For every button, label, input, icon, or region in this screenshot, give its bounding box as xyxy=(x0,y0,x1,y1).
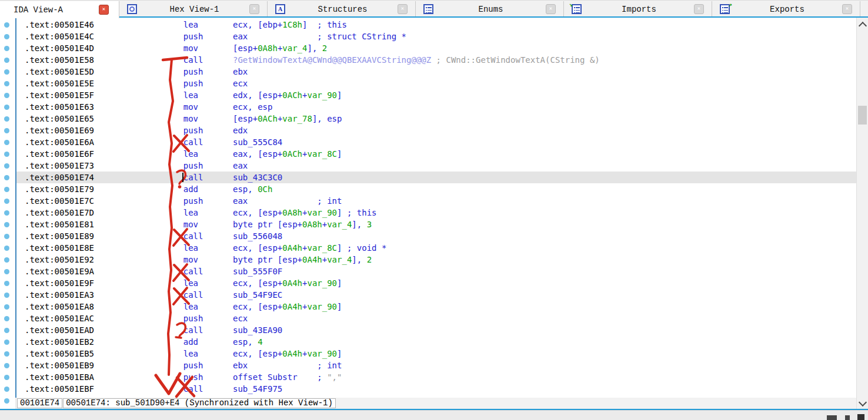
navband-dot xyxy=(4,281,9,286)
navband-dot xyxy=(4,58,9,63)
tab-label: Enums xyxy=(436,5,546,14)
tab-enums[interactable]: Enums✕ xyxy=(416,1,564,17)
taskbar-icon[interactable] xyxy=(845,415,850,420)
listing-row[interactable]: .text:00501E6F lea eax, [esp+0ACh+var_8C… xyxy=(16,148,856,160)
navband-dot xyxy=(4,246,9,251)
listing-row[interactable]: .text:00501EA8 lea ecx, [esp+0A4h+var_90… xyxy=(16,301,856,313)
listing-row[interactable]: .text:00501E5E push ecx xyxy=(16,78,856,89)
scroll-up-icon[interactable] xyxy=(859,22,867,30)
navband-dot xyxy=(4,316,9,321)
navband-dot xyxy=(4,140,9,145)
navband-dot xyxy=(4,257,9,263)
tab-label: IDA View-A xyxy=(0,5,99,15)
navband-dot xyxy=(4,152,9,157)
listing-row[interactable]: .text:00501E8E lea ecx, [esp+0A4h+var_8C… xyxy=(16,242,856,254)
listing-row[interactable]: .text:00501E9F lea ecx, [esp+0A4h+var_90… xyxy=(16,277,856,289)
tab-bar: IDA View-A✕Hex View-1✕AStructures✕Enums✕… xyxy=(0,0,868,18)
navband-dot xyxy=(4,363,9,368)
navband-dot xyxy=(4,398,9,404)
tab-ida-view-a[interactable]: IDA View-A✕ xyxy=(0,1,119,18)
navband-dot xyxy=(4,269,9,274)
tab-label: Hex View-1 xyxy=(139,5,249,14)
hex-view-icon xyxy=(127,4,137,14)
navband-dot xyxy=(4,328,9,333)
imports-view-icon: ↘ xyxy=(572,4,582,14)
navband-dot xyxy=(4,293,9,298)
navband-dot xyxy=(4,116,9,122)
navband-dot xyxy=(4,93,9,98)
tab-exports[interactable]: ↗Exports✕ xyxy=(712,1,860,17)
navband-dot xyxy=(4,210,9,216)
listing-row[interactable]: .text:00501E89 call sub_556048 xyxy=(16,230,856,242)
navband-dot xyxy=(4,199,9,204)
navband-dot xyxy=(4,387,9,392)
listing-row[interactable]: .text:00501E63 mov ecx, esp xyxy=(16,101,856,113)
disassembly-listing: .text:00501E46 lea ecx, [ebp+1C8h] ; thi… xyxy=(16,19,856,395)
tab-close-icon[interactable]: ✕ xyxy=(842,4,852,14)
listing-row[interactable]: .text:00501E74 call sub_43C3C0 xyxy=(16,172,856,183)
tab-structures[interactable]: AStructures✕ xyxy=(268,1,416,17)
listing-row[interactable]: .text:00501E58 call ?GetWindowTextA@CWnd… xyxy=(16,54,856,66)
listing-row[interactable]: .text:00501E46 lea ecx, [ebp+1C8h] ; thi… xyxy=(16,19,856,31)
status-location-cell: 00501E74: sub_501D90+E4 (Synchronized wi… xyxy=(63,398,336,408)
scroll-down-icon[interactable] xyxy=(859,398,867,406)
status-address-cell: 00101E74 xyxy=(17,398,62,408)
navband-dot xyxy=(4,81,9,86)
listing-row[interactable]: .text:00501E9A call sub_555F0F xyxy=(16,266,856,277)
listing-row[interactable]: .text:00501EBF call sub_54F975 xyxy=(16,383,856,395)
listing-row[interactable]: .text:00501E4C push eax ; struct CString… xyxy=(16,31,856,42)
listing-row[interactable]: .text:00501EB2 add esp, 4 xyxy=(16,336,856,348)
tab-imports[interactable]: ↘Imports✕ xyxy=(564,1,712,17)
navband-dot xyxy=(4,128,9,133)
navband-dot xyxy=(4,351,9,357)
navband-dot xyxy=(4,304,9,310)
listing-row[interactable]: .text:00501E92 mov byte ptr [esp+0A4h+va… xyxy=(16,254,856,266)
vertical-scrollbar[interactable] xyxy=(856,18,868,409)
tab-close-icon[interactable]: ✕ xyxy=(546,4,556,14)
listing-row[interactable]: .text:00501E69 push edx xyxy=(16,125,856,136)
listing-row[interactable]: .text:00501EAD call sub_43EA90 xyxy=(16,324,856,336)
listing-row[interactable]: .text:00501E81 mov byte ptr [esp+0A8h+va… xyxy=(16,219,856,230)
tab-label: Exports xyxy=(732,5,842,14)
exports-view-icon: ↗ xyxy=(720,4,730,14)
tab-close-icon[interactable]: ✕ xyxy=(694,4,704,14)
tab-label: Structures xyxy=(288,5,398,14)
navband-dot xyxy=(4,234,9,239)
enums-view-icon xyxy=(423,4,433,14)
taskbar-strip xyxy=(0,410,868,420)
listing-row[interactable]: .text:00501E7C push eax ; int xyxy=(16,195,856,207)
navband-dot xyxy=(4,105,9,110)
scrollbar-thumb[interactable] xyxy=(858,106,867,125)
listing-row[interactable]: .text:00501E5F lea edx, [esp+0ACh+var_90… xyxy=(16,89,856,101)
navband-dot xyxy=(4,46,9,51)
listing-row[interactable]: .text:00501E6A call sub_555C84 xyxy=(16,136,856,148)
status-bar: 00101E74 00501E74: sub_501D90+E4 (Synchr… xyxy=(16,398,856,409)
listing-row[interactable]: .text:00501EA3 call sub_54F9EC xyxy=(16,289,856,301)
listing-row[interactable]: .text:00501E7D lea ecx, [esp+0A8h+var_90… xyxy=(16,207,856,219)
taskbar-icon[interactable] xyxy=(857,414,864,420)
tabbar-accent-line xyxy=(0,16,868,18)
structures-view-icon: A xyxy=(275,4,285,14)
listing-row[interactable]: .text:00501E4D mov [esp+0A8h+var_4], 2 xyxy=(16,42,856,54)
navband-dot xyxy=(4,22,9,28)
navband-dot xyxy=(4,375,9,380)
listing-row[interactable]: .text:00501EB5 lea ecx, [esp+0A4h+var_90… xyxy=(16,348,856,359)
bottom-accent-line xyxy=(0,409,868,410)
navband-dot xyxy=(4,69,9,75)
navband-dot xyxy=(4,222,9,227)
listing-row[interactable]: .text:00501E73 push eax xyxy=(16,160,856,172)
taskbar-icon[interactable] xyxy=(827,415,837,420)
navband-dot xyxy=(4,163,9,169)
tab-close-icon[interactable]: ✕ xyxy=(249,4,259,14)
listing-row[interactable]: .text:00501EB9 push ebx ; int xyxy=(16,359,856,371)
listing-row[interactable]: .text:00501EAC push ecx xyxy=(16,313,856,324)
listing-row[interactable]: .text:00501E79 add esp, 0Ch xyxy=(16,183,856,195)
navband-dot xyxy=(4,187,9,192)
navband-dot xyxy=(4,34,9,39)
tab-hex-view-1[interactable]: Hex View-1✕ xyxy=(119,1,268,17)
tab-close-icon[interactable]: ✕ xyxy=(398,4,408,14)
tab-close-icon[interactable]: ✕ xyxy=(99,5,109,15)
listing-row[interactable]: .text:00501EBA push offset Substr ; "," xyxy=(16,371,856,383)
listing-row[interactable]: .text:00501E65 mov [esp+0ACh+var_78], es… xyxy=(16,113,856,125)
listing-row[interactable]: .text:00501E5D push ebx xyxy=(16,66,856,78)
